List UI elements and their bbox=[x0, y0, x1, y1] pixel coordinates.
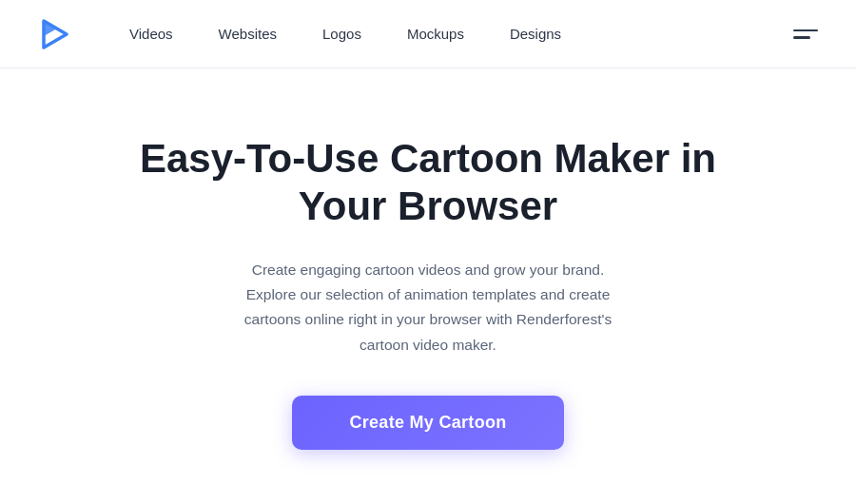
hero-title: Easy-To-Use Cartoon Maker in Your Browse… bbox=[133, 135, 723, 231]
hamburger-line-bottom bbox=[793, 36, 810, 39]
hamburger-line-top bbox=[793, 29, 818, 32]
hamburger-icon[interactable] bbox=[793, 29, 818, 39]
logo[interactable] bbox=[38, 17, 72, 51]
nav-item-videos[interactable]: Videos bbox=[129, 26, 173, 42]
nav-item-logos[interactable]: Logos bbox=[322, 26, 361, 42]
create-my-cartoon-button[interactable]: Create My Cartoon bbox=[292, 396, 563, 450]
nav-item-designs[interactable]: Designs bbox=[510, 26, 561, 42]
main-nav: Videos Websites Logos Mockups Designs bbox=[129, 26, 793, 42]
site-header: Videos Websites Logos Mockups Designs bbox=[0, 0, 856, 68]
hero-subtitle: Create engaging cartoon videos and grow … bbox=[228, 258, 628, 358]
nav-item-websites[interactable]: Websites bbox=[219, 26, 277, 42]
nav-item-mockups[interactable]: Mockups bbox=[407, 26, 464, 42]
hero-section: Easy-To-Use Cartoon Maker in Your Browse… bbox=[0, 68, 856, 450]
